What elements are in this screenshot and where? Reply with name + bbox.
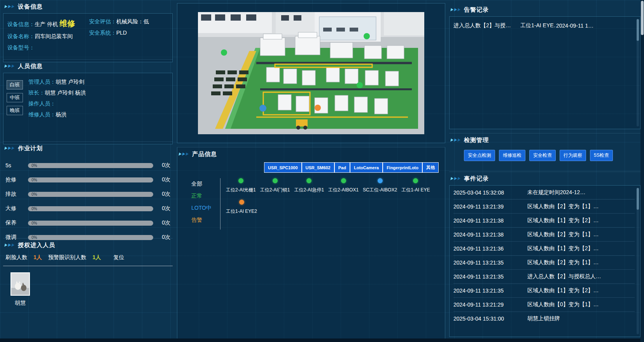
work-plan-row-count: 0次 <box>153 205 170 212</box>
device-status-item[interactable]: 工位2-AI急停1 <box>294 178 324 193</box>
device-status-item[interactable]: 工位2-AI门锁1 <box>260 178 290 193</box>
page-vertical-scrollbar-thumb[interactable] <box>641 1 644 35</box>
person-name: 胡慧 <box>9 300 32 307</box>
triple-chevron-icon <box>4 65 15 68</box>
triple-chevron-icon <box>450 139 461 142</box>
detection-buttons: 安全点检测 维修巡检 安全检查 行为观察 5S检查 <box>449 150 640 161</box>
personnel-content: 白班 中班 晚班 管理人员：胡慧 卢玲剑 班长：胡慧 卢玲剑 杨洪 操作人员： … <box>3 73 173 144</box>
behavior-observe-button[interactable]: 行为观察 <box>560 150 586 161</box>
status-filters: 全部 正常 LOTO中 告警 <box>177 178 215 230</box>
event-time: 2024-09-11 13:21:35 <box>453 288 527 294</box>
authorized-stats-row: 刷脸人数 1人 预警眼识别人数 1人 复位 <box>3 252 173 266</box>
event-records-title: 事件记录 <box>464 175 489 182</box>
event-row[interactable]: 2024-09-11 13:21:35 进入总人数【2】与授权总人… <box>453 270 635 284</box>
source-button-other[interactable]: 其他 <box>422 162 439 173</box>
shift-tab-night[interactable]: 晚班 <box>7 106 23 115</box>
device-status-grid: 工位2-AI光栅1 工位2-AI门锁1 工位2-AI急停1 工位2-AIBOX1 <box>226 178 445 230</box>
event-time: 2024-09-11 13:21:29 <box>453 302 527 308</box>
operator-label: 操作人员： <box>28 100 56 107</box>
personnel-title: 人员信息 <box>18 63 43 70</box>
work-plan-row-count: 0次 <box>153 162 170 169</box>
device-status-item[interactable]: 工位1-AI EYE2 <box>226 200 257 215</box>
events-scrollbar[interactable] <box>637 188 639 334</box>
event-records-list: 2025-03-04 15:32:08 未在规定时间2024-12… 2024-… <box>449 185 640 337</box>
device-status-item[interactable]: 工位2-AI光栅1 <box>226 178 256 193</box>
event-text: 进入总人数【2】与授权总人… <box>527 273 635 280</box>
page-vertical-scrollbar[interactable] <box>640 0 644 342</box>
maintainer-label: 维修人员： <box>28 111 56 118</box>
triple-chevron-icon <box>178 153 189 156</box>
alarm-scrollbar-thumb[interactable] <box>637 19 639 41</box>
source-button-pad[interactable]: Pad <box>334 162 350 173</box>
progress-bar: 0% <box>28 206 153 211</box>
event-row[interactable]: 2024-09-11 13:21:35 区域人数由【1】变为【2】… <box>453 284 635 298</box>
alarm-records-list: 进入总人数【2】与授… 工位1-AI EYE… 2024-09-11 1… <box>449 16 640 129</box>
source-button-usr-spc1000[interactable]: USR_SPC1000 <box>264 162 301 173</box>
event-row[interactable]: 2025-03-04 15:32:08 未在规定时间2024-12… <box>453 186 635 200</box>
alarm-scrollbar[interactable] <box>637 19 639 126</box>
work-plan-row-count: 0次 <box>153 176 170 183</box>
reset-button[interactable]: 复位 <box>114 254 124 261</box>
cats-photo-placeholder <box>11 273 29 295</box>
event-time: 2025-03-04 15:31:00 <box>453 316 527 322</box>
personnel-panel: 人员信息 白班 中班 晚班 管理人员：胡慧 卢玲剑 班长：胡慧 卢玲剑 杨洪 操… <box>3 59 173 141</box>
work-plan-header: 作业计划 <box>3 142 173 155</box>
product-info-panel: 产品信息 USR_SPC1000 USR_SM602 Pad LotoCamer… <box>177 147 445 341</box>
source-button-usr-sm602[interactable]: USR_SM602 <box>302 162 334 173</box>
device-status-item[interactable]: 工位1-AI EYE <box>401 178 430 193</box>
device-status-item[interactable]: 工位2-AIBOX1 <box>328 178 359 193</box>
safety-system-field: 安全系统：PLD <box>89 30 168 37</box>
alarm-row[interactable]: 进入总人数【2】与授… 工位1-AI EYE… 2024-09-11 1… <box>453 18 635 33</box>
event-row[interactable]: 2024-09-11 13:21:38 区域人数由【2】变为【1】… <box>453 228 635 242</box>
left-column: 设备信息 设备信息：生产 停机维修 设备名称：四车间总装车间 设备型号： 安全评… <box>3 0 173 342</box>
source-button-fingerprintloto[interactable]: FingerprintLoto <box>383 162 422 173</box>
maintenance-patrol-button[interactable]: 维修巡检 <box>499 150 525 161</box>
center-column: 产品信息 USR_SPC1000 USR_SM602 Pad LotoCamer… <box>177 0 445 342</box>
shift-tab-middle[interactable]: 中班 <box>7 93 23 102</box>
work-plan-row-label: 5s <box>5 162 28 168</box>
device-info-content: 设备信息：生产 停机维修 设备名称：四车间总装车间 设备型号： 安全评估：机械风… <box>3 13 173 62</box>
safety-system-label: 安全系统： <box>89 30 116 36</box>
event-row[interactable]: 2024-09-11 13:21:39 区域人数由【2】变为【1】… <box>453 200 635 214</box>
person-card[interactable]: 胡慧 <box>9 272 32 307</box>
work-plan-title: 作业计划 <box>18 145 43 152</box>
device-status-item[interactable]: SC工位-AIBOX2 <box>363 178 397 193</box>
page-horizontal-scrollbar[interactable] <box>0 338 644 342</box>
filter-all[interactable]: 全部 <box>191 181 215 188</box>
device-status-label: 设备信息： <box>7 21 35 27</box>
manager-label: 管理人员： <box>28 79 56 85</box>
device-name-label: 设备名称： <box>7 33 35 39</box>
shift-tab-day[interactable]: 白班 <box>7 80 23 89</box>
filter-normal[interactable]: 正常 <box>191 193 215 200</box>
progress-percent: 0% <box>32 192 37 197</box>
device-status-field: 设备信息：生产 停机维修 <box>7 18 89 29</box>
safety-spot-check-button[interactable]: 安全点检测 <box>464 150 495 161</box>
factory-3d-view[interactable] <box>198 12 424 134</box>
event-row[interactable]: 2024-09-11 13:21:35 区域人数由【2】变为【1】… <box>453 256 635 270</box>
device-label: 工位2-AI急停1 <box>294 187 324 193</box>
work-plan-row-label: 排故 <box>5 191 28 198</box>
status-dot <box>341 178 346 183</box>
filter-loto[interactable]: LOTO中 <box>191 205 215 212</box>
event-row[interactable]: 2024-09-11 13:21:36 区域人数由【1】变为【2】… <box>453 242 635 256</box>
authorized-panel: 授权进入人员 刷脸人数 1人 预警眼识别人数 1人 复位 <box>3 238 173 337</box>
events-scrollbar-thumb[interactable] <box>637 188 639 210</box>
device-label: 工位2-AI门锁1 <box>260 187 290 193</box>
filter-alarm[interactable]: 告警 <box>191 217 215 224</box>
five-s-check-button[interactable]: 5S检查 <box>590 150 613 161</box>
device-model-field: 设备型号： <box>7 44 89 51</box>
warn-count-value: 1人 <box>93 254 101 261</box>
alarm-records-title: 告警记录 <box>464 6 489 14</box>
alarm-time: 2024-09-11 1… <box>556 23 635 29</box>
manager-value: 胡慧 卢玲剑 <box>56 79 84 85</box>
event-row[interactable]: 2024-09-11 13:21:38 区域人数由【1】变为【2】… <box>453 214 635 228</box>
safety-inspection-button[interactable]: 安全检查 <box>529 150 556 161</box>
work-plan-row-label: 大修 <box>5 205 28 212</box>
event-row[interactable]: 2025-03-04 15:31:00 胡慧上锁挂牌 <box>453 312 635 325</box>
authorized-header: 授权进入人员 <box>3 239 173 252</box>
event-text: 胡慧上锁挂牌 <box>527 315 635 322</box>
source-button-lotocamera[interactable]: LotoCamera <box>350 162 383 173</box>
event-text: 区域人数由【0】变为【1】… <box>527 301 635 308</box>
face-count-value: 1人 <box>33 254 42 261</box>
event-row[interactable]: 2024-09-11 13:21:29 区域人数由【0】变为【1】… <box>453 298 635 312</box>
